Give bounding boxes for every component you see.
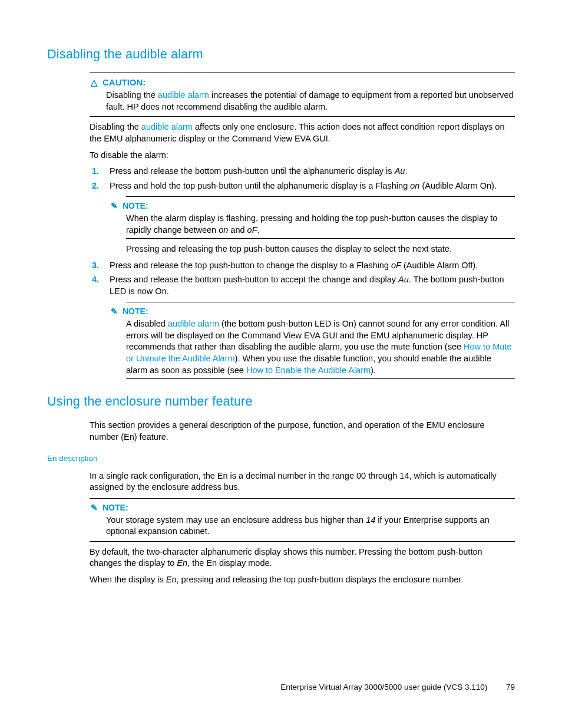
text-italic: oF	[391, 261, 401, 270]
paragraph: In a single rack configuration, the En i…	[90, 470, 515, 493]
paragraph: Disabling the audible alarm affects only…	[90, 121, 515, 144]
section-body: This section provides a general descript…	[90, 420, 515, 443]
rule	[126, 196, 515, 197]
text-italic: En	[177, 558, 187, 568]
text: Disabling the	[106, 90, 158, 100]
text: A disabled	[126, 319, 168, 328]
rule	[126, 302, 515, 302]
list-item: 2. Press and hold the top push-button un…	[105, 180, 515, 255]
text: Press and hold the top push-button until…	[110, 181, 410, 190]
link-audible-alarm[interactable]: audible alarm	[141, 122, 193, 131]
list-item: 3. Press and release the top push-button…	[105, 260, 515, 272]
text: and	[228, 225, 247, 235]
section-body: △ CAUTION: Disabling the audible alarm i…	[90, 73, 515, 379]
text: , the En display mode.	[187, 558, 272, 568]
link-audible-alarm[interactable]: audible alarm	[168, 319, 219, 328]
list-item: 4. Press and release the bottom push-but…	[105, 274, 515, 379]
note-head: ✎ NOTE:	[110, 306, 515, 317]
paragraph: By default, the two-character alphanumer…	[90, 546, 515, 569]
rule	[90, 73, 515, 73]
text: When the display is	[90, 575, 166, 584]
text: Press and release the bottom push-button…	[110, 166, 395, 176]
note-head: ✎ NOTE:	[90, 502, 515, 513]
step-number: 4.	[92, 274, 99, 286]
page: Disabling the audible alarm △ CAUTION: D…	[0, 0, 562, 728]
text: .	[405, 166, 407, 176]
paragraph: Pressing and releasing the top push-butt…	[126, 243, 515, 255]
page-number: 79	[506, 683, 515, 691]
heading-disabling-alarm: Disabling the audible alarm	[47, 46, 515, 63]
note-icon: ✎	[90, 502, 99, 513]
note-label: NOTE:	[103, 502, 128, 513]
text: Your storage system may use an enclosure…	[106, 515, 366, 525]
step-number: 3.	[92, 260, 99, 272]
paragraph: To disable the alarm:	[90, 150, 515, 162]
text-italic: Au	[395, 166, 405, 176]
text-italic: En	[166, 575, 177, 584]
note-label: NOTE:	[123, 200, 148, 212]
text: ).	[371, 365, 376, 375]
link-enable-alarm[interactable]: How to Enable the Audible Alarm	[246, 365, 371, 375]
note-body: Your storage system may use an enclosure…	[106, 515, 515, 538]
text-italic: on	[219, 225, 228, 235]
text: Disabling the	[90, 122, 141, 131]
step-number: 2.	[92, 180, 99, 192]
caution-icon: △	[90, 77, 99, 88]
text: (Audible Alarm Off).	[401, 261, 478, 270]
list-item: 1. Press and release the bottom push-but…	[105, 166, 515, 177]
text: By default, the two-character alphanumer…	[90, 547, 482, 568]
text-italic: oF	[247, 225, 257, 235]
caution-body: Disabling the audible alarm increases th…	[106, 90, 515, 113]
text: , pressing and releasing the top push-bu…	[177, 575, 464, 584]
caution-head: △ CAUTION:	[90, 77, 515, 88]
page-footer: Enterprise Virtual Array 3000/5000 user …	[280, 682, 515, 693]
step-number: 1.	[92, 166, 99, 177]
link-audible-alarm[interactable]: audible alarm	[158, 90, 209, 100]
caution-label: CAUTION:	[103, 77, 146, 88]
note-icon: ✎	[110, 306, 119, 317]
text: .	[257, 225, 260, 235]
heading-enclosure-number: Using the enclosure number feature	[47, 393, 515, 410]
rule	[126, 378, 515, 379]
text-italic: 14	[366, 515, 375, 525]
rule	[126, 238, 515, 239]
section-body: In a single rack configuration, the En i…	[90, 470, 515, 586]
paragraph: This section provides a general descript…	[90, 420, 515, 443]
ordered-list: 1. Press and release the bottom push-but…	[90, 166, 515, 379]
rule	[90, 116, 515, 117]
subheading-en-description: En description	[47, 453, 515, 464]
note-icon: ✎	[110, 200, 119, 212]
paragraph: When the display is En, pressing and rel…	[90, 574, 515, 586]
note-head: ✎ NOTE:	[110, 200, 515, 212]
footer-title: Enterprise Virtual Array 3000/5000 user …	[280, 683, 487, 691]
text: Press and release the bottom push-button…	[110, 275, 398, 284]
text: (Audible Alarm On).	[419, 181, 497, 190]
text: When the alarm display is flashing, pres…	[126, 213, 497, 235]
text-italic: on	[410, 181, 419, 190]
rule	[90, 498, 515, 499]
note-label: NOTE:	[123, 306, 148, 317]
text-italic: Au	[398, 275, 409, 284]
note-block: ✎ NOTE: A disabled audible alarm (the bo…	[126, 302, 515, 379]
text: Press and release the top push-button to…	[110, 261, 391, 270]
note-block: ✎ NOTE: When the alarm display is flashi…	[126, 196, 515, 255]
note-body: When the alarm display is flashing, pres…	[126, 213, 515, 236]
rule	[90, 541, 515, 542]
note-body: A disabled audible alarm (the bottom pus…	[126, 318, 515, 376]
